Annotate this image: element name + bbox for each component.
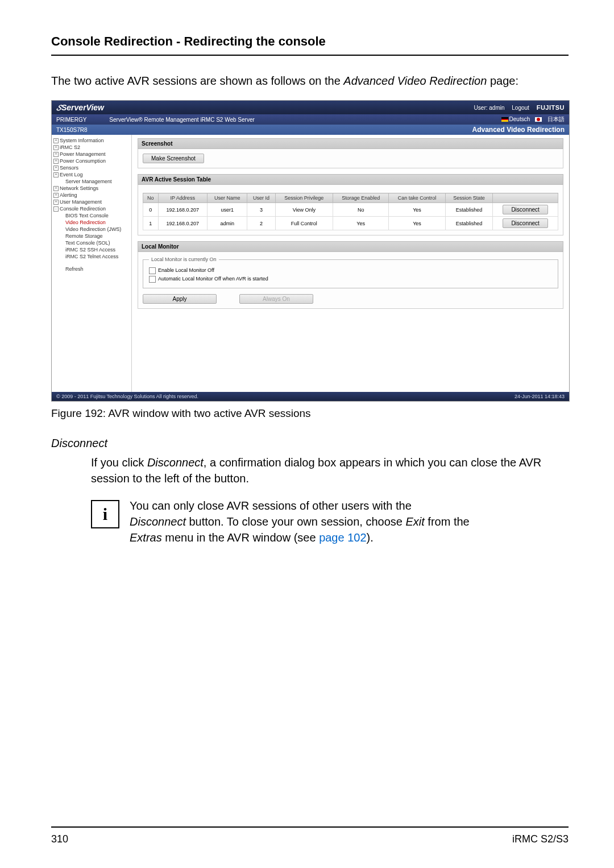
table-cell: No <box>333 203 389 217</box>
intro-italic: Advanced Video Redirection <box>343 75 487 87</box>
sidebar-item-label: iRMC S2 <box>60 144 80 150</box>
sidebar-item-label: Event Log <box>60 172 83 177</box>
panel-monitor-body: Local Monitor is currently On Enable Loc… <box>138 252 563 309</box>
table-header: User Id <box>247 193 275 203</box>
tree-toggle-icon[interactable]: + <box>53 152 59 157</box>
table-cell: 0 <box>143 203 159 217</box>
table-header: Session State <box>445 193 493 203</box>
make-screenshot-button[interactable]: Make Screenshot <box>143 154 204 163</box>
intro-prefix: The two active AVR sessions are shown as… <box>51 75 343 87</box>
disconnect-heading: Disconnect <box>51 437 569 450</box>
intro-suffix: page: <box>487 75 518 87</box>
sidebar-item[interactable]: Refresh <box>52 266 131 272</box>
sidebar-item-label: Text Console (SOL) <box>65 240 110 246</box>
tree-toggle-icon[interactable]: + <box>53 166 59 171</box>
doc-id: iRMC S2/S3 <box>512 833 569 845</box>
user-label: User: admin <box>474 105 505 111</box>
tree-toggle-icon[interactable]: - <box>53 206 59 212</box>
panel-avr-body: NoIP AddressUser NameUser IdSession Priv… <box>138 185 563 235</box>
sidebar-item[interactable]: +Power Management <box>52 151 131 158</box>
sidebar-item-label: Refresh <box>65 266 84 272</box>
sidebar-item[interactable]: Server Management <box>52 178 131 185</box>
table-header: No <box>143 193 159 203</box>
logout-link[interactable]: Logout <box>512 105 529 111</box>
il2a: Disconnect <box>130 515 186 528</box>
table-cell: Full Control <box>275 217 333 230</box>
shot-topbar: 𝓢ServerView User: admin Logout FUJITSU <box>52 101 569 114</box>
sidebar: +System Information+iRMC S2+Power Manage… <box>52 135 132 392</box>
brand-text: ServerView <box>61 103 104 112</box>
table-header: Session Privilege <box>275 193 333 203</box>
sidebar-item[interactable]: +Network Settings <box>52 185 131 192</box>
cb2-label: Automatic Local Monitor Off when AVR is … <box>158 276 268 282</box>
sidebar-item-label: Alerting <box>60 192 77 198</box>
sidebar-item-label: Video Redirection (JWS) <box>65 226 121 232</box>
sidebar-item[interactable]: iRMC S2 SSH Access <box>52 246 131 253</box>
info-note: i You can only close AVR sessions of oth… <box>91 498 569 545</box>
table-cell: 192.168.0.207 <box>158 203 207 217</box>
serverview-logo: 𝓢ServerView <box>56 103 104 113</box>
page-102-link[interactable]: page 102 <box>319 531 366 544</box>
tree-toggle-icon[interactable]: + <box>53 193 59 198</box>
sidebar-item-label: Network Settings <box>60 185 98 191</box>
table-cell: Established <box>445 217 493 230</box>
table-row: 1192.168.0.207admin2Full ControlYesYesEs… <box>143 217 558 230</box>
sidebar-item-label: Power Consumption <box>60 158 106 164</box>
shot-subbar: PRIMERGYServerView® Remote Management iR… <box>52 114 569 125</box>
il3b: menu in the AVR window (see <box>162 531 319 544</box>
sidebar-item[interactable]: iRMC S2 Telnet Access <box>52 253 131 260</box>
product-label: PRIMERGY <box>56 117 86 123</box>
checkbox-enable-off[interactable] <box>149 267 156 274</box>
p1b: Disconnect <box>147 456 204 469</box>
sidebar-item[interactable]: +System Information <box>52 137 131 144</box>
table-header <box>493 193 558 203</box>
flag-de-icon <box>501 117 508 122</box>
tree-toggle-icon[interactable]: + <box>53 186 59 191</box>
sidebar-item[interactable]: +Sensors <box>52 164 131 171</box>
disconnect-button[interactable]: Disconnect <box>503 218 547 228</box>
sidebar-item[interactable]: -Console Redirection <box>52 205 131 212</box>
page-footer: 310 iRMC S2/S3 <box>51 826 569 845</box>
sidebar-item[interactable]: Text Console (SOL) <box>52 239 131 246</box>
sidebar-item[interactable]: Remote Storage <box>52 233 131 239</box>
table-cell: Disconnect <box>493 203 558 217</box>
table-row: 0192.168.0.207user13View OnlyNoYesEstabl… <box>143 203 558 217</box>
tree-toggle-icon[interactable]: + <box>53 172 59 177</box>
sidebar-item[interactable]: Video Redirection <box>52 219 131 226</box>
table-header: IP Address <box>158 193 207 203</box>
tree-toggle-icon[interactable]: + <box>53 145 59 150</box>
shot-footer: © 2009 - 2011 Fujitsu Technology Solutio… <box>52 392 569 401</box>
table-header: Storage Enabled <box>333 193 389 203</box>
sidebar-item-label: Sensors <box>60 165 78 171</box>
tree-toggle-icon[interactable]: + <box>53 159 59 164</box>
tree-toggle-icon[interactable]: + <box>53 138 59 143</box>
cb1-label: Enable Local Monitor Off <box>158 267 214 273</box>
p1a: If you click <box>91 456 147 469</box>
sidebar-item[interactable]: +Alerting <box>52 192 131 199</box>
sidebar-item[interactable]: +Event Log <box>52 171 131 178</box>
rule <box>51 55 569 56</box>
tree-toggle-icon[interactable]: + <box>53 200 59 205</box>
sidebar-item[interactable]: +Power Consumption <box>52 158 131 164</box>
intro-paragraph: The two active AVR sessions are shown as… <box>51 73 569 89</box>
lang-jp[interactable]: 日本語 <box>547 116 565 122</box>
sidebar-item[interactable]: +iRMC S2 <box>52 144 131 151</box>
subtitle: ServerView® Remote Management iRMC S2 We… <box>109 117 254 123</box>
lang-deutsch[interactable]: Deutsch <box>509 116 530 122</box>
panel-screenshot-title: Screenshot <box>138 138 563 149</box>
disconnect-button[interactable]: Disconnect <box>503 205 547 214</box>
checkbox-auto-off[interactable] <box>149 276 156 283</box>
avr-session-table: NoIP AddressUser NameUser IdSession Priv… <box>143 193 558 230</box>
sidebar-item[interactable]: BIOS Text Console <box>52 212 131 219</box>
table-header: User Name <box>207 193 247 203</box>
table-cell: 3 <box>247 203 275 217</box>
flag-jp-icon <box>535 117 542 122</box>
always-on-button[interactable]: Always On <box>239 294 313 304</box>
sidebar-item[interactable]: Video Redirection (JWS) <box>52 226 131 233</box>
panel-monitor-title: Local Monitor <box>138 241 563 252</box>
sidebar-item[interactable]: +User Management <box>52 199 131 205</box>
apply-button[interactable]: Apply <box>143 294 217 304</box>
sidebar-item-label: BIOS Text Console <box>65 213 109 218</box>
figure-caption: Figure 192: AVR window with two active A… <box>51 407 569 420</box>
page-number: 310 <box>51 833 68 845</box>
